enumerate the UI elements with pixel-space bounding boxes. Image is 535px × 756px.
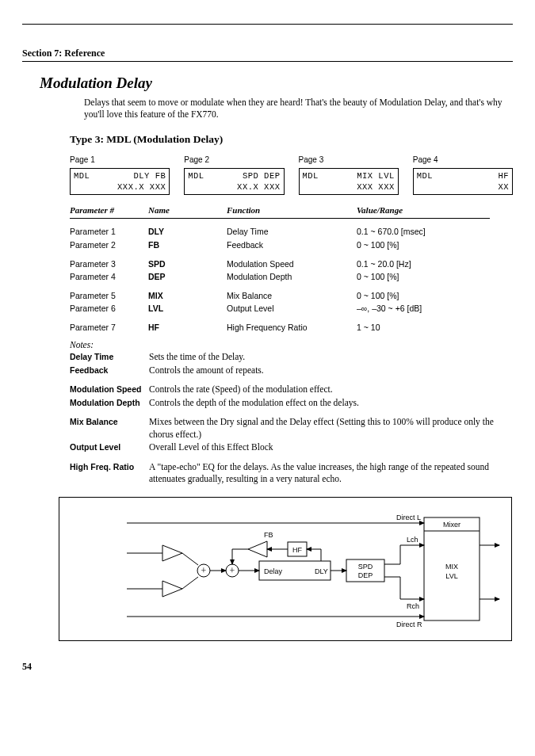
note-label: Delay Time [70,351,149,364]
diagram-label: Delay [264,567,283,575]
th-num: Parameter # [70,203,148,219]
note-label: Mix Balance [70,416,149,441]
subtitle: Type 3: MDL (Modulation Delay) [70,132,513,147]
th-func: Function [227,203,357,219]
table-row: Parameter 3SPDModulation Speed0.1 ~ 20.0… [70,258,490,270]
diagram-label: DEP [358,571,373,579]
note-desc: Controls the rate (Speed) of the modulat… [149,384,333,396]
table-row: Parameter 7HFHigh Frequency Ratio1 ~ 10 [70,321,490,334]
lcd-text: SPD DEP [243,170,281,181]
lcd-text: MDL [188,170,204,181]
lcd-text: MDL [74,170,90,181]
table-row: Parameter 2FBFeedback0 ~ 100 [%] [70,239,490,251]
th-range: Value/Range [357,203,490,219]
note-label: Feedback [70,365,149,377]
svg-line-6 [182,553,198,565]
page3-label: Page 3 [299,155,399,166]
page2-label: Page 2 [184,155,284,166]
diagram-label: HF [292,546,302,554]
diagram-label: LVL [445,572,457,580]
page-number: 54 [22,660,513,673]
signal-diagram: Mixer MIX LVL Direct L Direct R + + [59,497,512,641]
note-label: Modulation Speed [70,384,149,396]
note-desc: Controls the depth of the modulation eff… [149,397,359,410]
notes-head: Notes: [70,339,498,352]
lcd-text: MDL [417,170,433,181]
table-row: Parameter 5MIXMix Balance0 ~ 100 [%] [70,289,490,302]
notes-block: Notes: Delay TimeSets the time of the De… [70,339,498,486]
svg-line-9 [182,577,198,589]
page1-label: Page 1 [70,155,170,166]
page-title: Modulation Delay [40,73,513,94]
lcd-text: MDL [303,170,319,181]
lcd-text: HF [498,170,509,181]
page2-lcd: MDLSPD DEP XX.X XXX [184,168,284,195]
note-desc: Overall Level of this Effect Block [149,441,273,454]
lcd-text: DLY FB [133,170,166,181]
intro-text: Delays that seem to move or modulate whe… [84,97,505,121]
note-desc: A "tape-echo" EQ for the delays. As the … [149,461,498,486]
svg-marker-21 [248,541,267,557]
lcd-text: MIX LVL [357,170,395,181]
page1-lcd: MDLDLY FB XXX.X XXX [70,168,170,195]
parameter-table: Parameter # Name Function Value/Range Pa… [70,203,490,334]
lcd-text: XX.X XXX [237,181,280,193]
svg-text:+: + [230,565,235,576]
diagram-label: Direct L [396,514,421,521]
diagram-label: SPD [358,563,373,571]
page4-lcd: MDLHF XX [413,168,513,195]
diagram-label: Mixer [443,521,460,529]
note-label: Output Level [70,441,149,454]
svg-text:+: + [201,565,207,576]
svg-marker-8 [162,581,182,597]
top-rule [22,24,513,25]
lcd-pages: Page 1 MDLDLY FB XXX.X XXX Page 2 MDLSPD… [70,155,513,195]
th-name: Name [148,203,227,219]
note-label: Modulation Depth [70,397,149,410]
note-desc: Controls the amount of repeats. [149,365,264,377]
diagram-label: FB [264,531,273,539]
note-desc: Mixes between the Dry signal and the Del… [149,416,498,441]
table-row: Parameter 1DLYDelay Time0.1 ~ 670.0 [mse… [70,225,490,238]
note-label: High Freq. Ratio [70,461,149,486]
lcd-text: XXX XXX [357,181,395,193]
diagram-label: Lch [407,536,418,544]
diagram-label: Rch [407,602,419,610]
lcd-text: XX [498,181,509,193]
diagram-label: Direct R [396,620,422,628]
section-header: Section 7: Reference [22,47,513,62]
table-row: Parameter 6LVLOutput Level–∞, –30 ~ +6 [… [70,302,490,315]
diagram-label: MIX [445,563,458,571]
note-desc: Sets the time of the Delay. [149,351,245,364]
svg-marker-5 [162,545,182,561]
page4-label: Page 4 [413,155,513,166]
diagram-label: DLY [315,567,328,575]
lcd-text: XXX.X XXX [117,181,166,193]
page3-lcd: MDLMIX LVL XXX XXX [299,168,399,195]
table-row: Parameter 4DEPModulation Depth0 ~ 100 [%… [70,270,490,283]
